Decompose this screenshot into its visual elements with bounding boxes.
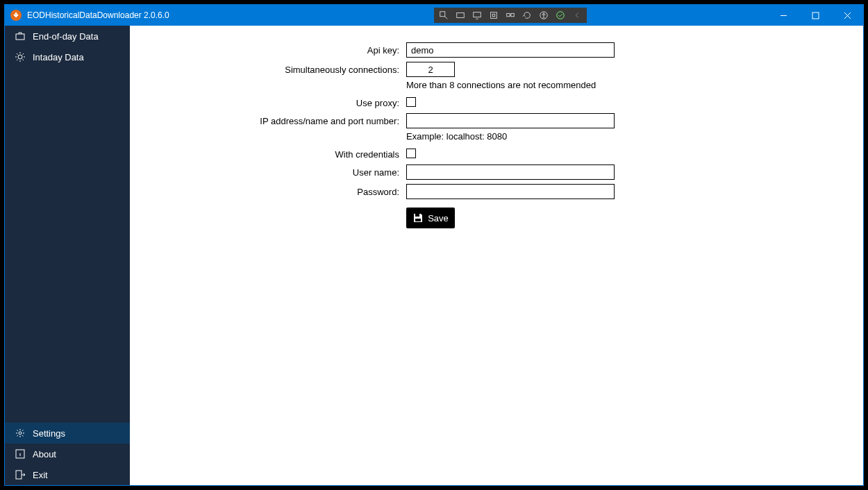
minimize-button[interactable] — [767, 5, 799, 26]
svg-point-9 — [557, 12, 565, 19]
toolbox-graph-icon[interactable] — [502, 8, 519, 22]
exit-icon — [15, 469, 26, 480]
connections-input[interactable] — [406, 62, 455, 77]
content-pane: Api key: Simultaneously connections: Mor… — [130, 26, 863, 485]
sidebar-item-label: End-of-day Data — [33, 31, 99, 42]
settings-form: Api key: Simultaneously connections: Mor… — [135, 42, 858, 228]
svg-rect-4 — [492, 14, 495, 17]
window-controls — [767, 5, 863, 26]
sun-icon — [15, 51, 26, 62]
svg-point-13 — [19, 432, 22, 434]
sidebar-item-label: Settings — [33, 428, 65, 439]
titlebar[interactable]: ❖ EODHistoricalDataDownloader 2.0.6.0 — [5, 5, 863, 26]
info-icon — [15, 448, 26, 459]
svg-rect-15 — [16, 471, 22, 479]
gear-icon — [15, 428, 26, 439]
svg-rect-16 — [415, 214, 419, 217]
connections-label: Simultaneously connections: — [135, 65, 399, 75]
svg-rect-1 — [457, 13, 465, 18]
toolbox-chevron-icon[interactable] — [569, 8, 585, 22]
save-button-label: Save — [428, 213, 449, 223]
close-button[interactable] — [831, 5, 863, 26]
username-input[interactable] — [406, 164, 615, 180]
sidebar-item-eod[interactable]: End-of-day Data — [5, 26, 130, 47]
sidebar-item-label: About — [33, 449, 56, 459]
vs-toolbox — [434, 8, 587, 23]
app-window: ❖ EODHistoricalDataDownloader 2.0.6.0 — [4, 4, 864, 486]
sidebar-item-about[interactable]: About — [5, 443, 130, 464]
sidebar-item-label: Intaday Data — [33, 52, 84, 62]
toolbox-select-icon[interactable] — [435, 8, 452, 22]
username-label: User name: — [135, 167, 399, 178]
app-logo-icon: ❖ — [10, 10, 22, 21]
api-key-input[interactable] — [406, 42, 615, 58]
sidebar-item-settings[interactable]: Settings — [5, 423, 130, 443]
svg-point-8 — [543, 13, 544, 15]
toolbox-rect-icon[interactable] — [452, 8, 469, 22]
ip-label: IP address/name and port number: — [135, 116, 399, 126]
use-proxy-label: Use proxy: — [135, 98, 399, 108]
sidebar: End-of-day Data Intaday Data Settings Ab… — [5, 26, 130, 485]
toolbox-refresh-icon[interactable] — [519, 8, 535, 22]
svg-rect-5 — [507, 13, 510, 16]
with-credentials-label: With credentials — [135, 149, 399, 160]
toolbox-accessibility-icon[interactable] — [535, 8, 552, 22]
with-credentials-checkbox[interactable] — [406, 149, 416, 158]
briefcase-icon — [15, 31, 26, 42]
svg-rect-3 — [491, 12, 497, 19]
svg-point-12 — [18, 55, 22, 59]
ip-help: Example: localhost: 8080 — [406, 131, 858, 142]
svg-rect-10 — [812, 12, 819, 19]
svg-rect-0 — [440, 12, 445, 17]
toolbox-check-icon[interactable] — [552, 8, 569, 22]
sidebar-item-exit[interactable]: Exit — [5, 464, 130, 485]
sidebar-item-intraday[interactable]: Intaday Data — [5, 47, 130, 67]
svg-rect-2 — [474, 12, 481, 17]
toolbox-square-icon[interactable] — [485, 8, 502, 22]
ip-input[interactable] — [406, 113, 615, 128]
window-title: EODHistoricalDataDownloader 2.0.6.0 — [27, 10, 169, 20]
toolbox-screen-icon[interactable] — [469, 8, 485, 22]
sidebar-item-label: Exit — [33, 470, 48, 480]
svg-rect-17 — [415, 219, 421, 221]
use-proxy-checkbox[interactable] — [406, 97, 416, 107]
maximize-button[interactable] — [799, 5, 831, 26]
save-icon — [412, 212, 424, 223]
api-key-label: Api key: — [135, 45, 399, 56]
svg-rect-11 — [16, 34, 24, 40]
svg-rect-6 — [511, 13, 514, 16]
connections-help: More than 8 connections are not recommen… — [406, 80, 858, 90]
password-input[interactable] — [406, 184, 615, 199]
save-button[interactable]: Save — [406, 208, 455, 228]
password-label: Password: — [135, 187, 399, 197]
